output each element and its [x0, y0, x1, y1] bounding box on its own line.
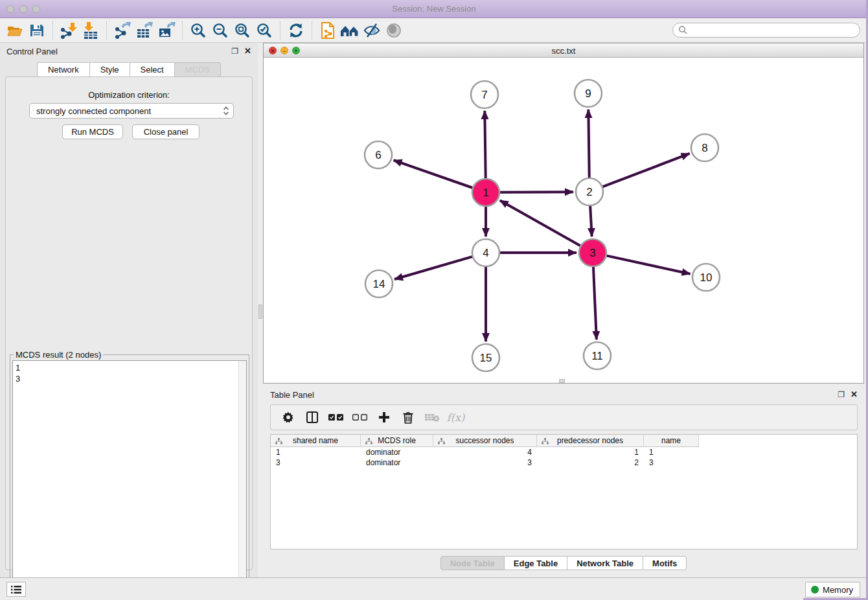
edge-1-7[interactable]: [485, 111, 485, 178]
table-cell[interactable]: dominator: [361, 457, 433, 468]
control-panel-title: Control Panel: [6, 47, 58, 56]
import-table-button[interactable]: [80, 21, 102, 40]
splitter-handle[interactable]: [258, 305, 262, 319]
edge-3-1[interactable]: [500, 200, 580, 246]
edge-4-14[interactable]: [394, 257, 472, 279]
graph-node-7[interactable]: 7: [471, 81, 498, 108]
edge-1-2[interactable]: [500, 192, 573, 192]
graph-node-10[interactable]: 10: [692, 264, 720, 291]
table-cell[interactable]: 3: [271, 457, 361, 468]
graph-node-6[interactable]: 6: [365, 141, 392, 168]
task-history-button[interactable]: [6, 582, 26, 597]
result-scrollbar[interactable]: [238, 361, 246, 599]
close-panel-button[interactable]: Close panel: [132, 124, 200, 139]
memory-button[interactable]: Memory: [805, 582, 860, 597]
table-cell[interactable]: 1: [271, 447, 361, 457]
column-header-shared-name[interactable]: shared name: [271, 435, 361, 447]
table-cell[interactable]: 1: [537, 447, 644, 457]
zoom-in-button[interactable]: [187, 21, 209, 40]
network-window-titlebar[interactable]: ✕ − + scc.txt: [264, 43, 863, 58]
tab-mcds[interactable]: MCDS: [174, 62, 221, 77]
select-all-button[interactable]: [324, 407, 348, 428]
graph-node-3[interactable]: 3: [579, 239, 606, 266]
new-network-file-button[interactable]: [317, 21, 339, 40]
table-float-panel-icon[interactable]: ❐: [838, 390, 845, 399]
edge-2-9[interactable]: [588, 110, 589, 178]
network-graph[interactable]: 7968124314101511: [264, 58, 863, 383]
network-canvas[interactable]: 7968124314101511: [264, 58, 863, 383]
open-session-button[interactable]: [4, 21, 26, 40]
table-cell[interactable]: 4: [433, 447, 537, 457]
table-cell[interactable]: dominator: [361, 447, 433, 457]
graph-node-15[interactable]: 15: [472, 344, 499, 371]
table-close-panel-icon[interactable]: ✕: [851, 389, 858, 399]
import-network-button[interactable]: [58, 21, 80, 40]
app-titlebar: Session: New Session: [0, 0, 868, 18]
column-header-successor-nodes[interactable]: successor nodes: [433, 435, 537, 447]
run-mcds-button[interactable]: Run MCDS: [62, 124, 123, 139]
graph-node-9[interactable]: 9: [575, 80, 602, 107]
zoom-out-button[interactable]: [209, 21, 231, 40]
tab-motifs[interactable]: Motifs: [643, 556, 687, 570]
graph-node-1[interactable]: 1: [472, 179, 499, 206]
graph-node-2[interactable]: 2: [576, 178, 603, 205]
horizontal-splitter-handle[interactable]: [559, 379, 565, 383]
panel-columns-button[interactable]: [300, 407, 324, 428]
tab-network-table[interactable]: Network Table: [567, 556, 643, 570]
tab-network[interactable]: Network: [37, 62, 90, 77]
edge-1-6[interactable]: [394, 160, 473, 187]
graph-node-4[interactable]: 4: [472, 239, 499, 266]
zoom-selected-button[interactable]: [253, 21, 275, 40]
table-row[interactable]: 1dominator411: [271, 447, 857, 457]
column-header-MCDS-role[interactable]: MCDS role: [361, 435, 433, 447]
export-network-button[interactable]: [111, 21, 133, 40]
table-cell[interactable]: 3: [433, 457, 537, 468]
apply-layout-icon: [288, 22, 304, 39]
table-cell[interactable]: 1: [644, 447, 699, 457]
deselect-all-button[interactable]: [348, 407, 372, 428]
mcds-result-area[interactable]: 1 3: [12, 360, 247, 599]
select-all-icon: [328, 413, 344, 421]
sphere-button[interactable]: [383, 21, 405, 40]
edge-2-8[interactable]: [603, 154, 690, 187]
close-panel-icon[interactable]: ✕: [244, 46, 251, 56]
column-header-predecessor-nodes[interactable]: predecessor nodes: [537, 435, 644, 447]
edge-3-10[interactable]: [606, 256, 690, 274]
node-table[interactable]: shared nameMCDS rolesuccessor nodesprede…: [270, 434, 858, 549]
add-column-button[interactable]: [372, 407, 396, 428]
search-input[interactable]: [688, 25, 860, 36]
table-toolbar: f(x): [270, 404, 858, 430]
settings-gear-button[interactable]: [276, 407, 300, 428]
zoom-fit-button[interactable]: [231, 21, 253, 40]
export-image-button[interactable]: [155, 21, 177, 40]
cyndex-browser-button[interactable]: [339, 21, 361, 40]
tab-node-table[interactable]: Node Table: [440, 556, 505, 570]
column-type-icon: [438, 438, 445, 444]
node-label: 3: [589, 247, 595, 259]
network-window: ✕ − + scc.txt 7968124314101511: [263, 43, 864, 384]
function-builder-button: f(x): [444, 407, 468, 428]
graph-node-11[interactable]: 11: [584, 342, 611, 369]
edge-2-3[interactable]: [590, 206, 592, 237]
table-row[interactable]: 3dominator323: [271, 457, 857, 468]
column-header-name[interactable]: name: [644, 435, 699, 447]
apply-layout-button[interactable]: [285, 21, 307, 40]
delete-button[interactable]: [396, 407, 420, 428]
toolbar-search[interactable]: [672, 23, 860, 38]
table-cell[interactable]: 2: [537, 457, 644, 468]
criterion-dropdown[interactable]: strongly connected component: [29, 103, 234, 119]
float-panel-icon[interactable]: ❐: [231, 47, 238, 56]
table-cell[interactable]: 3: [644, 457, 699, 468]
hide-graphics-button[interactable]: [361, 21, 383, 40]
edge-3-11[interactable]: [593, 267, 597, 340]
graph-node-8[interactable]: 8: [691, 134, 718, 161]
graph-node-14[interactable]: 14: [365, 270, 393, 297]
tab-edge-table[interactable]: Edge Table: [504, 556, 567, 570]
tab-select[interactable]: Select: [130, 62, 175, 77]
save-session-button[interactable]: [26, 21, 48, 40]
tab-style[interactable]: Style: [89, 62, 130, 77]
column-type-icon: [542, 438, 549, 444]
vertical-splitter[interactable]: [258, 43, 263, 577]
export-table-button[interactable]: [133, 21, 155, 40]
criterion-value: strongly connected component: [36, 106, 223, 116]
